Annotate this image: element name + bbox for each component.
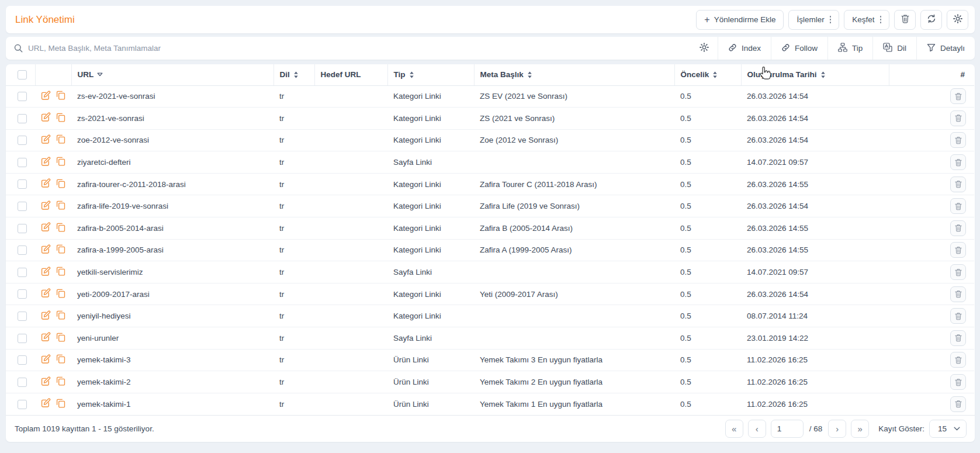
row-checkbox[interactable] [18, 355, 27, 365]
page-size-select[interactable]: 15 [929, 420, 967, 438]
last-page-button[interactable]: » [851, 420, 869, 438]
copy-icon[interactable] [56, 91, 65, 100]
edit-icon[interactable] [41, 178, 51, 188]
edit-icon[interactable] [41, 200, 51, 210]
copy-icon[interactable] [56, 157, 65, 166]
row-delete-button[interactable] [950, 286, 966, 302]
edit-icon[interactable] [41, 354, 51, 364]
edit-icon[interactable] [41, 376, 51, 386]
select-all-checkbox[interactable] [18, 70, 27, 79]
row-checkbox[interactable] [18, 224, 27, 233]
row-url[interactable]: zafira-a-1999-2005-arasi [71, 239, 273, 261]
next-page-button[interactable]: › [828, 420, 846, 438]
copy-icon[interactable] [56, 179, 65, 188]
add-redirect-button[interactable]: + Yönlendirme Ekle [696, 10, 784, 30]
edit-icon[interactable] [41, 112, 51, 122]
row-delete-button[interactable] [950, 132, 966, 148]
row-actions-cell [889, 217, 974, 240]
row-checkbox[interactable] [18, 136, 27, 145]
row-delete-button[interactable] [950, 396, 966, 412]
edit-icon[interactable] [41, 288, 51, 298]
filter-tip-button[interactable]: Tip [827, 37, 872, 60]
copy-icon[interactable] [56, 376, 65, 386]
row-delete-button[interactable] [950, 177, 966, 192]
row-checkbox[interactable] [18, 312, 27, 321]
row-delete-button[interactable] [950, 110, 966, 126]
row-checkbox[interactable] [18, 378, 27, 387]
row-url[interactable]: yeniyil-hediyesi [71, 305, 273, 327]
bulk-delete-button[interactable] [894, 10, 916, 30]
row-url[interactable]: zafira-tourer-c-2011-2018-arasi [71, 173, 273, 195]
row-checkbox[interactable] [18, 289, 27, 299]
copy-icon[interactable] [56, 310, 65, 320]
edit-icon[interactable] [41, 91, 51, 101]
filter-tip-label: Tip [852, 44, 863, 53]
islemler-button[interactable]: İşlemler [788, 10, 839, 30]
row-checkbox[interactable] [18, 179, 27, 189]
row-url[interactable]: yemek-takimi-1 [71, 393, 273, 415]
filter-detayli-button[interactable]: Detaylı [916, 37, 975, 60]
row-checkbox[interactable] [18, 202, 27, 211]
row-dil: tr [273, 108, 314, 130]
row-url[interactable]: zafira-b-2005-2014-arasi [71, 217, 273, 240]
copy-icon[interactable] [56, 267, 65, 276]
edit-icon[interactable] [41, 244, 51, 254]
row-url[interactable]: zafira-life-2019-ve-sonrasi [71, 195, 273, 217]
filter-index-button[interactable]: Index [718, 37, 771, 60]
prev-page-button[interactable]: ‹ [748, 420, 766, 438]
copy-icon[interactable] [56, 333, 65, 342]
copy-icon[interactable] [56, 134, 65, 144]
row-checkbox[interactable] [18, 114, 27, 123]
row-checkbox[interactable] [18, 158, 27, 167]
row-tip: Sayfa Linki [387, 261, 474, 283]
edit-icon[interactable] [41, 332, 51, 342]
row-checkbox[interactable] [18, 334, 27, 343]
row-delete-button[interactable] [950, 330, 966, 346]
row-delete-button[interactable] [950, 242, 966, 258]
row-delete-button[interactable] [950, 220, 966, 236]
row-url[interactable]: yeni-urunler [71, 327, 273, 350]
row-checkbox[interactable] [18, 268, 27, 277]
page-number-input[interactable] [771, 420, 804, 438]
row-url[interactable]: zs-2021-ve-sonrasi [71, 108, 273, 130]
edit-icon[interactable] [41, 398, 51, 408]
copy-icon[interactable] [56, 200, 65, 210]
row-delete-button[interactable] [950, 264, 966, 280]
copy-icon[interactable] [56, 223, 65, 232]
refresh-button[interactable] [920, 10, 942, 30]
first-page-button[interactable]: « [725, 420, 743, 438]
copy-icon[interactable] [56, 289, 65, 298]
filter-follow-button[interactable]: Follow [771, 37, 827, 60]
copy-icon[interactable] [56, 113, 65, 122]
row-url[interactable]: yeti-2009-2017-arasi [71, 283, 273, 305]
copy-icon[interactable] [56, 244, 65, 254]
edit-icon[interactable] [41, 222, 51, 232]
table-row: zafira-a-1999-2005-arasi tr Kategori Lin… [6, 239, 974, 261]
filter-dil-button[interactable]: Dil [872, 37, 916, 60]
edit-icon[interactable] [41, 134, 51, 144]
edit-icon[interactable] [41, 157, 51, 167]
copy-icon[interactable] [56, 399, 65, 408]
row-url[interactable]: ziyaretci-defteri [71, 151, 273, 174]
row-url[interactable]: yetkili-servislerimiz [71, 261, 273, 283]
row-delete-button[interactable] [950, 308, 966, 324]
row-checkbox[interactable] [18, 400, 27, 409]
search-input[interactable] [28, 44, 691, 53]
search-settings-button[interactable] [691, 37, 718, 60]
row-delete-button[interactable] [950, 154, 966, 170]
kesfet-button[interactable]: Keşfet [844, 10, 889, 30]
row-delete-button[interactable] [950, 88, 966, 104]
row-url[interactable]: yemek-takimi-2 [71, 371, 273, 393]
row-url[interactable]: zoe-2012-ve-sonrasi [71, 129, 273, 151]
row-url[interactable]: zs-ev-2021-ve-sonrasi [71, 85, 273, 108]
edit-icon[interactable] [41, 310, 51, 320]
settings-button[interactable] [947, 10, 968, 30]
edit-icon[interactable] [41, 267, 51, 276]
copy-icon[interactable] [56, 354, 65, 364]
row-delete-button[interactable] [950, 374, 966, 390]
row-url[interactable]: yemek-takimi-3 [71, 349, 273, 371]
row-checkbox[interactable] [18, 245, 27, 255]
row-delete-button[interactable] [950, 352, 966, 368]
row-checkbox[interactable] [18, 92, 27, 101]
row-delete-button[interactable] [950, 198, 966, 214]
